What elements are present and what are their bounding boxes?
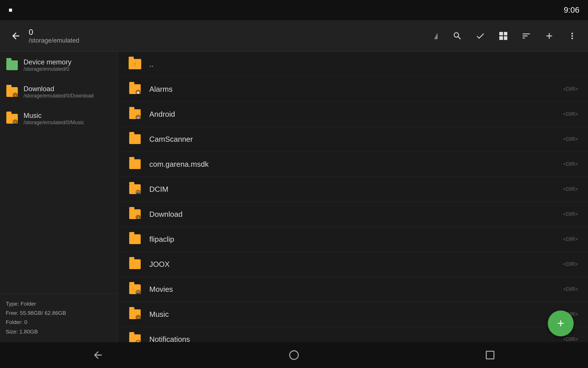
svg-rect-1: [486, 351, 494, 359]
download-folder-icon: ↓: [6, 86, 18, 98]
camscanner-folder-icon: [126, 132, 144, 146]
sidebar-item-device-memory[interactable]: Device memory /storage/emulated/0: [0, 52, 117, 78]
nav-recent-button[interactable]: [481, 346, 499, 364]
file-tag: <DIR>: [563, 286, 578, 292]
check-button[interactable]: [473, 29, 488, 43]
sidebar-item-name: Download: [24, 85, 94, 93]
file-tag: <DIR>: [563, 236, 578, 242]
file-name: Movies: [149, 285, 563, 294]
sidebar-item-download[interactable]: ↓ Download /storage/emulated/0/Download: [0, 78, 117, 105]
file-tag: <DIR>: [563, 161, 578, 167]
status-bar: ■ 9:06: [0, 0, 588, 20]
joox-folder-icon: [126, 257, 144, 271]
movies-folder-icon: 📷: [126, 282, 144, 296]
status-type: Type: Folder: [6, 299, 112, 308]
list-item[interactable]: ⏰ Alarms <DIR>: [118, 77, 588, 102]
sidebar-status: Type: Folder Free: 55.98GB/ 62.86GB Fold…: [0, 293, 117, 342]
status-folder: Folder: 0: [6, 318, 112, 327]
nav-home-button[interactable]: [285, 346, 303, 364]
file-tag: <DIR>: [563, 136, 578, 142]
back-button[interactable]: [9, 29, 23, 43]
fab-add-button[interactable]: +: [548, 310, 574, 336]
selection-count: 0: [29, 28, 424, 37]
file-tag: <DIR>: [563, 86, 578, 92]
android-folder-icon: 🤖: [126, 107, 144, 121]
file-name: DCIM: [149, 185, 563, 194]
list-item[interactable]: JOOX <DIR>: [118, 252, 588, 277]
sidebar-item-text: Device memory /storage/emulated/0: [24, 58, 71, 72]
file-name: Alarms: [149, 85, 563, 94]
up-folder-icon: ↑: [126, 57, 144, 71]
list-item[interactable]: 🤖 Android <DIR>: [118, 102, 588, 127]
sidebar-item-path: /storage/emulated/0: [24, 66, 71, 72]
list-item[interactable]: ♪ Music <DIR>: [118, 302, 588, 327]
alarms-folder-icon: ⏰: [126, 82, 144, 96]
file-name: ..: [149, 60, 582, 69]
dcim-folder-icon: 📷: [126, 182, 144, 196]
nav-back-button[interactable]: [89, 346, 107, 364]
file-name: Notifications: [149, 335, 563, 342]
add-button[interactable]: [542, 29, 556, 43]
sidebar-item-name: Device memory: [24, 58, 71, 66]
notifications-folder-icon: 🔔: [126, 332, 144, 342]
signal-icon: [430, 30, 442, 42]
download-folder-icon: ↓: [126, 207, 144, 221]
fab-icon: +: [557, 317, 564, 330]
current-path: /storage/emulated: [29, 37, 424, 44]
music-folder-icon: ♪: [126, 307, 144, 321]
status-bar-right: 9:06: [564, 5, 580, 15]
file-tag: <DIR>: [563, 111, 578, 117]
garena-folder-icon: [126, 157, 144, 171]
file-tag: <DIR>: [563, 186, 578, 192]
toolbar-title: 0 /storage/emulated: [29, 28, 424, 44]
sidebar-item-path: /storage/emulated/0/Download: [24, 93, 94, 99]
sidebar-item-path: /storage/emulated/0/Music: [24, 120, 84, 126]
sidebar-item-music[interactable]: ♪ Music /storage/emulated/0/Music: [0, 105, 117, 132]
list-item[interactable]: flipaclip <DIR>: [118, 227, 588, 252]
sidebar-items: Device memory /storage/emulated/0 ↓ Down…: [0, 52, 117, 293]
main-content: Device memory /storage/emulated/0 ↓ Down…: [0, 52, 588, 342]
file-name: Music: [149, 310, 563, 319]
status-free: Free: 55.98GB/ 62.86GB: [6, 308, 112, 318]
list-item[interactable]: CamScanner <DIR>: [118, 127, 588, 152]
file-name: Android: [149, 110, 563, 119]
file-name: com.garena.msdk: [149, 160, 563, 169]
music-folder-icon: ♪: [6, 112, 18, 125]
toolbar: 0 /storage/emulated: [0, 20, 588, 52]
file-tag: <DIR>: [563, 261, 578, 267]
file-name: CamScanner: [149, 135, 563, 144]
bottom-nav: [0, 342, 588, 368]
sidebar: Device memory /storage/emulated/0 ↓ Down…: [0, 52, 118, 342]
sort-button[interactable]: [519, 29, 533, 43]
file-list: ↑ .. ⏰ Alarms <DIR> 🤖: [118, 52, 588, 342]
more-options-button[interactable]: [565, 29, 579, 43]
sidebar-item-text: Download /storage/emulated/0/Download: [24, 85, 94, 99]
status-bar-left: ■: [9, 6, 12, 14]
grid-view-button[interactable]: [496, 29, 510, 43]
svg-point-0: [290, 351, 298, 359]
app-icon: ■: [9, 6, 12, 14]
list-item[interactable]: 📷 Movies <DIR>: [118, 277, 588, 302]
list-item[interactable]: ↓ Download <DIR>: [118, 202, 588, 227]
sidebar-item-text: Music /storage/emulated/0/Music: [24, 112, 84, 126]
list-item[interactable]: com.garena.msdk <DIR>: [118, 152, 588, 177]
toolbar-actions: [430, 29, 579, 43]
file-name: Download: [149, 210, 563, 219]
search-button[interactable]: [450, 29, 465, 43]
sidebar-item-name: Music: [24, 112, 84, 120]
file-tag: <DIR>: [563, 211, 578, 217]
status-time: 9:06: [564, 5, 580, 15]
device-memory-icon: [6, 59, 18, 72]
file-tag: <DIR>: [563, 336, 578, 342]
file-name: flipaclip: [149, 235, 563, 244]
list-item[interactable]: ↑ ..: [118, 52, 588, 77]
list-item[interactable]: 📷 DCIM <DIR>: [118, 177, 588, 202]
flipaclip-folder-icon: [126, 232, 144, 246]
list-item[interactable]: 🔔 Notifications <DIR>: [118, 327, 588, 342]
file-name: JOOX: [149, 260, 563, 269]
status-size: Size: 1.80GB: [6, 327, 112, 336]
